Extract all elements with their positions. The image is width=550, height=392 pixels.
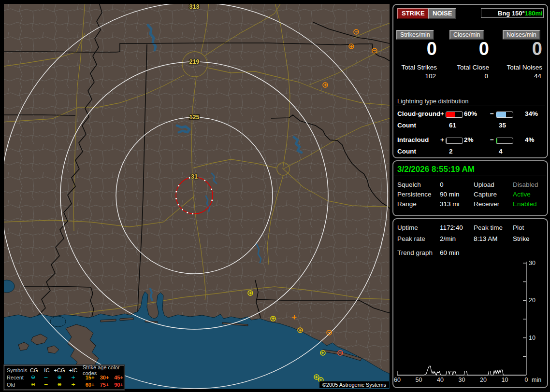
- persistence-label: Persistence: [397, 191, 432, 198]
- status-divider: [394, 176, 546, 176]
- svg-text:40: 40: [437, 377, 444, 383]
- legend-col-cg-plus: +CG: [52, 367, 67, 373]
- peak-rate-row: Peak rate 2/min 8:13 AM Strike: [393, 235, 547, 244]
- svg-text:30: 30: [529, 260, 536, 266]
- uptime-value: 1172:40: [440, 224, 463, 231]
- noises-per-min-value: 0: [532, 40, 542, 58]
- uptime-label: Uptime: [397, 224, 418, 231]
- age-old-75: 75+: [97, 382, 112, 388]
- age-old-90: 90+: [112, 382, 126, 388]
- lightning-map[interactable]: 31321912531 Symbols -CG -IC +CG +IC Stri…: [4, 4, 390, 389]
- svg-text:31: 31: [191, 173, 198, 180]
- old-cg-plus-icon: ⊕: [52, 382, 67, 387]
- peak-time-value: 8:13 AM: [474, 235, 498, 242]
- old-ic-plus-icon: +: [67, 382, 80, 387]
- ic-plus-sign: +: [440, 136, 444, 143]
- total-strikes-label: Total Strikes: [401, 64, 437, 71]
- svg-text:10: 10: [529, 335, 536, 341]
- age-recent-45: 45+: [112, 375, 126, 380]
- cg-plus-fill: [446, 112, 455, 117]
- recent-cg-plus-icon: ⊕: [52, 375, 67, 380]
- total-noises-value: 44: [534, 72, 541, 80]
- bearing-label: Bng 150°: [498, 10, 525, 17]
- trend-window-value: 60 min: [440, 249, 460, 256]
- intracloud-label: Intracloud: [397, 136, 429, 143]
- strikes-counter-column: Strikes/min 0 Total Strikes 102: [396, 30, 437, 83]
- bearing-readout: Bng 150° 180mi: [481, 8, 544, 18]
- plot-label: Plot: [513, 224, 524, 231]
- total-strikes-value: 102: [425, 72, 436, 80]
- peak-rate-value: 2/min: [440, 235, 456, 242]
- svg-text:min: min: [532, 377, 541, 383]
- status-row: Persistence 90 min Capture Active: [393, 191, 547, 199]
- svg-text:313: 313: [189, 4, 200, 10]
- total-close-value: 0: [484, 72, 488, 80]
- current-datetime: 3/2/2026 8:55:19 AM: [397, 165, 475, 174]
- status-row: Squelch 0 Upload Disabled: [393, 181, 547, 190]
- ic-minus-sign: −: [490, 136, 494, 143]
- trend-graph-row: Trend graph 60 min: [393, 249, 547, 258]
- range-value: 313 mi: [440, 200, 460, 208]
- receiver-label: Receiver: [474, 200, 499, 208]
- receiver-value: Enabled: [513, 200, 537, 208]
- capture-label: Capture: [474, 191, 497, 198]
- squelch-value: 0: [440, 181, 444, 188]
- cg-plus-pct: 60%: [464, 110, 477, 117]
- legend-col-cg-minus: -CG: [27, 367, 40, 373]
- bearing-distance: 180mi: [525, 10, 543, 17]
- cg-minus-sign: −: [490, 110, 494, 117]
- upload-label: Upload: [474, 181, 494, 188]
- status-panel: 3/2/2026 8:55:19 AM Squelch 0 Upload Dis…: [392, 160, 548, 216]
- age-old-60: 60+: [83, 382, 97, 388]
- noise-mode-button[interactable]: NOISE: [428, 8, 456, 19]
- svg-text:60: 60: [394, 377, 401, 383]
- uptime-row: Uptime 1172:40 Peak time Plot: [393, 224, 547, 233]
- cg-minus-pct: 34%: [525, 110, 538, 117]
- noises-counter-column: Noises/min 0 Total Noises 44: [503, 30, 542, 83]
- map-canvas[interactable]: 31321912531: [4, 4, 390, 389]
- strike-mode-button[interactable]: STRIKE: [397, 8, 429, 19]
- ic-plus-count: 2: [449, 148, 453, 155]
- ic-minus-bar: [496, 138, 513, 144]
- close-per-min-button[interactable]: Close/min: [449, 30, 484, 40]
- capture-value: Active: [513, 191, 531, 198]
- ic-minus-pct: 4%: [525, 136, 535, 143]
- noises-per-min-button[interactable]: Noises/min: [503, 30, 540, 40]
- ic-plus-pct: 2%: [464, 136, 474, 143]
- old-cg-minus-icon: ⊖: [27, 382, 40, 387]
- cg-minus-count: 35: [499, 122, 506, 129]
- age-recent-15: 15+: [83, 375, 97, 380]
- cg-minus-fill: [496, 112, 506, 117]
- status-row: Range 313 mi Receiver Enabled: [393, 200, 547, 209]
- intracloud-row: Intracloud + 2% − 4%: [393, 136, 547, 146]
- strikes-per-min-button[interactable]: Strikes/min: [396, 30, 434, 40]
- plot-value: Strike: [513, 235, 530, 242]
- svg-text:50: 50: [416, 377, 422, 383]
- cg-plus-count: 61: [449, 122, 456, 129]
- ic-plus-fill: [446, 138, 447, 143]
- cg-plus-sign: +: [440, 110, 444, 117]
- legend-col-ic-minus: -IC: [40, 367, 52, 373]
- strike-counters-panel: STRIKE NOISE Bng 150° 180mi Strikes/min …: [392, 4, 548, 158]
- total-close-label: Total Close: [457, 64, 489, 71]
- recent-cg-minus-icon: ⊖: [27, 375, 40, 380]
- squelch-label: Squelch: [397, 181, 421, 188]
- map-legend: Symbols -CG -IC +CG +IC Strike age color…: [4, 365, 124, 390]
- cloud-ground-count-row: Count 61 35: [393, 122, 547, 131]
- close-counter-column: Close/min 0 Total Close 0: [449, 30, 489, 83]
- peak-rate-label: Peak rate: [397, 235, 425, 242]
- svg-text:20: 20: [529, 297, 536, 304]
- ic-count-label: Count: [397, 148, 416, 155]
- cloud-ground-row: Cloud-ground + 60% − 34%: [393, 110, 547, 120]
- recent-ic-minus-icon: −: [40, 375, 52, 380]
- recent-ic-plus-icon: +: [67, 375, 80, 380]
- old-ic-minus-icon: −: [40, 382, 52, 387]
- cloud-ground-label: Cloud-ground: [397, 110, 440, 117]
- cg-plus-bar: [446, 112, 463, 118]
- legend-recent-label: Recent: [4, 375, 27, 380]
- peak-time-label: Peak time: [474, 224, 503, 231]
- intracloud-count-row: Count 2 4: [393, 148, 547, 157]
- svg-text:30: 30: [459, 377, 465, 383]
- copyright-notice: ©2005 Astrogenic Systems: [319, 381, 389, 388]
- legend-symbols-header: Symbols: [4, 367, 27, 373]
